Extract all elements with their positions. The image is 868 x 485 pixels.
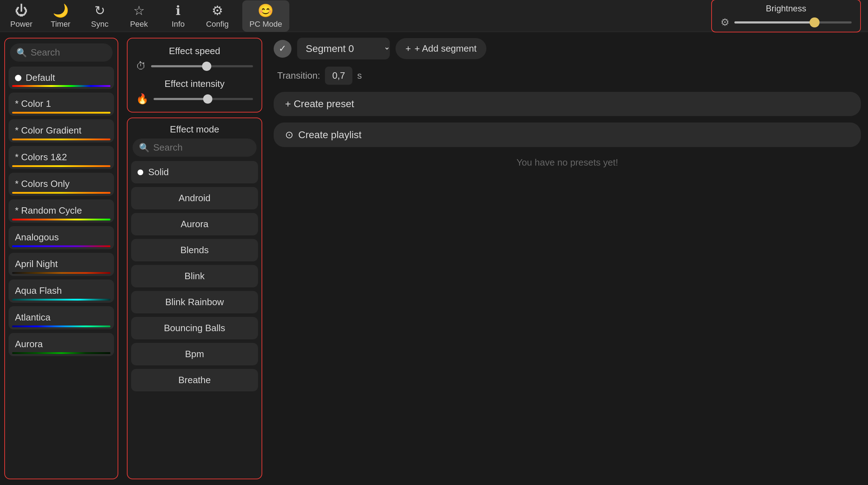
effect-speed-slider[interactable] [151,65,253,67]
speed-icon: ⏱ [136,60,146,72]
mode-item-label: Blends [180,245,209,255]
palette-item-colorsonly[interactable]: * Colors Only [9,173,114,196]
nav-timer[interactable]: 🌙 Timer [46,3,75,29]
playlist-icon: ⊙ [285,129,293,141]
nav-sync-label: Sync [91,20,109,29]
middle-panel: Effect speed ⏱ Effect intensity 🔥 Effect… [127,38,262,479]
effect-intensity-label: Effect intensity [136,78,253,89]
brightness-slider[interactable] [734,21,852,24]
create-playlist-button[interactable]: ⊙ Create playlist [274,122,861,147]
transition-value[interactable]: 0,7 [325,67,352,85]
palette-item-aurora[interactable]: Aurora [9,333,114,356]
palette-item-label: * Color 1 [15,98,51,109]
nav-config-label: Config [206,20,229,29]
mode-item-label: Android [179,193,211,203]
effect-intensity-row: Effect intensity 🔥 [136,78,253,105]
mode-search-input[interactable] [153,142,262,153]
preset-panel: + Create preset ⊙ Create playlist You ha… [274,92,861,168]
add-segment-label: + Add segment [414,43,476,54]
nav-pcmode[interactable]: 😊 PC Mode [242,0,289,32]
palette-search-box[interactable]: 🔍 [10,43,113,62]
top-nav: ⏻ Power 🌙 Timer ↻ Sync ☆ Peek ℹ Info ⚙ C… [0,0,868,32]
palette-bar-colors12 [12,165,110,167]
mode-list: Solid Android Aurora Blends Blink Blink … [128,161,262,479]
pcmode-icon: 😊 [258,3,274,18]
right-panel: ✓ Segment 0 + + Add segment Transition: … [267,32,868,485]
timer-icon: 🌙 [53,3,69,18]
nav-sync[interactable]: ↻ Sync [86,3,114,29]
palette-item-label: Default [26,72,55,83]
effect-controls: Effect speed ⏱ Effect intensity 🔥 [127,38,262,113]
palette-item-colorgradient[interactable]: * Color Gradient [9,119,114,142]
palette-item-label: Aqua Flash [15,285,62,296]
nav-config[interactable]: ⚙ Config [203,3,232,29]
nav-peek-label: Peek [130,20,148,29]
brightness-label: Brightness [766,4,806,14]
segment-row: ✓ Segment 0 + + Add segment [274,38,861,59]
palette-item-label: * Colors 1&2 [15,152,67,162]
palette-search-icon: 🔍 [16,48,27,58]
palette-item-label: * Random Cycle [15,205,82,216]
nav-power[interactable]: ⏻ Power [7,3,36,29]
nav-power-label: Power [10,20,32,29]
palette-bar-only [12,192,110,194]
create-preset-label: + Create preset [285,98,354,110]
palette-bar-aurora [12,352,110,354]
palette-item-analogous[interactable]: Analogous [9,226,114,249]
palette-search-input[interactable] [31,47,118,58]
effect-speed-label: Effect speed [136,46,253,57]
create-preset-button[interactable]: + Create preset [274,92,861,116]
effect-mode-panel: Effect mode 🔍 Solid Android Aurora Blend… [127,118,262,479]
mode-item-label: Blink Rainbow [165,297,224,307]
mode-selected-dot [138,170,143,175]
mode-item-blends[interactable]: Blends [131,239,258,261]
mode-item-blink[interactable]: Blink [131,265,258,287]
brightness-box: Brightness ⚙ [711,0,861,32]
mode-item-solid[interactable]: Solid [131,161,258,183]
palette-item-colors12[interactable]: * Colors 1&2 [9,146,114,169]
segment-check-icon[interactable]: ✓ [274,40,291,58]
palette-item-randomcycle[interactable]: * Random Cycle [9,199,114,223]
no-presets-text: You have no presets yet! [274,157,861,168]
palette-item-aquaflash[interactable]: Aqua Flash [9,280,114,303]
palette-list: Default * Color 1 * Color Gradient * Col… [5,67,118,479]
power-icon: ⏻ [15,3,28,18]
mode-item-bouncingballs[interactable]: Bouncing Balls [131,317,258,339]
palette-item-label: Atlantica [15,312,51,323]
config-icon: ⚙ [212,3,223,18]
palette-bar-aqua [12,299,110,301]
palette-item-aprilnight[interactable]: April Night [9,253,114,276]
mode-item-breathe[interactable]: Breathe [131,369,258,391]
transition-row: Transition: 0,7 s [277,67,861,85]
mode-item-blinkrainbow[interactable]: Blink Rainbow [131,291,258,313]
nav-peek[interactable]: ☆ Peek [125,3,153,29]
effect-intensity-slider[interactable] [154,98,253,100]
main-content: 🔍 Default * Color 1 * Color Gradient * C… [0,32,868,485]
palette-bar-random [12,219,110,220]
mode-item-android[interactable]: Android [131,187,258,209]
mode-item-bpm[interactable]: Bpm [131,343,258,365]
transition-unit: s [357,70,362,81]
effect-mode-title: Effect mode [128,118,262,139]
palette-item-atlantica[interactable]: Atlantica [9,306,114,329]
palette-bar-default [12,85,110,87]
mode-search-box[interactable]: 🔍 [133,139,257,157]
create-playlist-label: Create playlist [298,129,361,141]
palette-bar-color1 [12,112,110,114]
add-segment-button[interactable]: + + Add segment [396,38,486,59]
palette-panel: 🔍 Default * Color 1 * Color Gradient * C… [4,38,118,479]
mode-item-aurora[interactable]: Aurora [131,213,258,235]
palette-item-label: * Color Gradient [15,125,81,136]
nav-info[interactable]: ℹ Info [164,3,192,29]
info-icon: ℹ [176,3,181,18]
palette-item-label: April Night [15,259,58,269]
mode-item-label: Bpm [185,349,204,359]
mode-item-label: Breathe [178,375,211,385]
intensity-icon: 🔥 [136,93,149,105]
palette-item-label: * Colors Only [15,178,69,189]
mode-item-label: Solid [148,167,169,178]
palette-item-default[interactable]: Default [9,67,114,89]
segment-select[interactable]: Segment 0 [297,38,390,59]
effect-speed-row: Effect speed ⏱ [136,46,253,72]
palette-item-color1[interactable]: * Color 1 [9,93,114,116]
